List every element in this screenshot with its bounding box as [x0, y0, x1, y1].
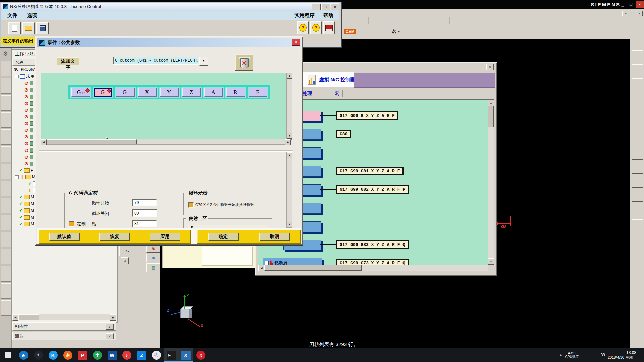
gear-icon[interactable]: ⚙ — [1, 50, 9, 58]
minimize-button[interactable]: − — [312, 4, 321, 10]
dialog-title-bar[interactable]: 事件 : 公共参数 — [37, 38, 301, 47]
manual-help-button[interactable] — [323, 21, 335, 34]
gcode-value-input[interactable] — [132, 220, 157, 227]
scroll-up-arrow[interactable]: ▲ — [488, 100, 494, 106]
combobox-dropdown-button[interactable]: ▼ — [199, 57, 208, 66]
gcode-block-label[interactable]: G17 G99 G83 X Y Z A R F Q — [336, 240, 409, 249]
maximize-button[interactable]: □ — [321, 4, 330, 10]
resource-tab-icon[interactable] — [1, 164, 11, 179]
close-button[interactable]: ✕ — [486, 64, 494, 70]
address-block-button[interactable]: A — [204, 88, 223, 97]
nx-toolbar-icon[interactable] — [547, 17, 554, 24]
nx-toolbar-icon[interactable] — [360, 17, 368, 24]
nx-toolbar-icon[interactable] — [344, 17, 352, 24]
tab-macro[interactable]: 宏 — [332, 90, 343, 97]
resource-tab-icon[interactable] — [1, 78, 11, 94]
context-help-button[interactable]: ? — [297, 21, 309, 34]
footer-button[interactable]: 应用 — [150, 233, 180, 241]
canvas-vscrollbar[interactable]: ▲ ▼ — [286, 73, 292, 139]
expander-icon[interactable] — [15, 175, 19, 179]
inner-close-button[interactable]: ✕ — [636, 11, 643, 16]
footer-button[interactable]: 恢复 — [99, 233, 130, 241]
nx-toolbar-icon[interactable] — [425, 17, 433, 24]
scroll-right-arrow[interactable]: ▶ — [285, 139, 291, 145]
resource-tab-icon[interactable] — [1, 61, 11, 76]
gcode-block-label[interactable]: G17 G99 G81 X Y Z A R F — [336, 167, 404, 175]
resource-tab-icon[interactable] — [1, 249, 11, 264]
chevron-down-icon[interactable] — [106, 324, 114, 330]
nx-toolbar-icon[interactable] — [377, 17, 384, 24]
canvas-hscrollbar[interactable]: ◀ ▶ — [41, 139, 291, 145]
hidden-icons-arrow[interactable]: ∧ — [559, 353, 562, 357]
collapsed-panel-bar[interactable]: 相依性 — [12, 322, 116, 331]
resource-tab-icon[interactable] — [1, 146, 11, 162]
right-toolbar-icon[interactable] — [632, 163, 643, 174]
nx-toolbar-icon[interactable] — [523, 17, 530, 24]
menu-item[interactable]: 帮助 — [323, 12, 333, 19]
nx-toolbar-icon[interactable] — [409, 17, 417, 24]
footer-button[interactable]: 取消 — [259, 233, 290, 241]
scroll-thumb[interactable] — [47, 139, 137, 144]
mini-tool-icon[interactable]: ⊕ — [146, 254, 160, 262]
nx-toolbar-icon[interactable] — [365, 28, 373, 35]
address-block-button[interactable]: X — [138, 88, 157, 97]
event-checkbox[interactable] — [265, 261, 269, 265]
event-block-box[interactable]: 钻断屑 — [263, 258, 322, 265]
scroll-right-arrow[interactable]: ▶ — [110, 314, 116, 321]
taskbar-app-button[interactable]: Z — [134, 348, 149, 362]
chevron-down-icon[interactable] — [106, 333, 114, 339]
gcode-value-input[interactable] — [132, 209, 157, 217]
taskbar-app-button[interactable]: K — [46, 348, 60, 362]
block-template-combobox[interactable]: G_cutcom (G41 - Cutcom (LEFT/RIGHT/OFF)) — [113, 57, 198, 65]
taskbar-app-button[interactable]: e — [16, 348, 31, 362]
resource-tab-icon[interactable] — [1, 181, 11, 196]
nc-hscrollbar[interactable]: ◀ — [258, 265, 488, 271]
nx-toolbar-icon[interactable] — [385, 17, 392, 24]
footer-button[interactable]: 确定 — [208, 233, 239, 241]
right-toolbar-icon[interactable] — [632, 191, 643, 202]
resource-tab-icon[interactable] — [1, 283, 11, 299]
name-tool-label[interactable]: 名 — [392, 28, 396, 35]
resource-tab-icon[interactable] — [1, 232, 11, 247]
save-button[interactable] — [36, 22, 49, 34]
scroll-down-arrow[interactable]: ▼ — [287, 222, 292, 227]
resource-tab-icon[interactable] — [1, 95, 11, 111]
taskbar-app-button[interactable]: ◎ — [149, 348, 164, 362]
inner-maximize-button[interactable]: □ — [629, 11, 636, 16]
nc-header-tab-label[interactable]: 虚拟 N/C 控制器 — [319, 77, 356, 83]
taskbar-app-button[interactable]: ◉ — [60, 348, 75, 362]
taskbar-app-button[interactable]: ✚ — [90, 348, 105, 362]
nx-toolbar-icon[interactable] — [506, 17, 514, 24]
nx-toolbar-icon[interactable] — [466, 17, 473, 24]
right-toolbar-icon[interactable] — [632, 149, 643, 160]
cam-badge[interactable]: CAM — [344, 29, 356, 34]
splitter[interactable] — [39, 150, 293, 152]
cpu-temp-widget[interactable]: 43°C CPU温度 — [565, 351, 579, 359]
nx-toolbar-icon[interactable] — [374, 28, 381, 35]
scroll-thumb[interactable] — [264, 265, 362, 271]
taskbar-clock[interactable]: 13:08 2018/4/30 星期一 — [608, 350, 636, 360]
add-text-button[interactable]: 添加文字 — [57, 57, 79, 65]
nx-toolbar-icon[interactable] — [498, 17, 506, 24]
nx-toolbar-icon[interactable] — [441, 17, 449, 24]
scroll-left-arrow[interactable]: ◀ — [41, 139, 47, 145]
nx-close-button[interactable]: ✕ — [636, 1, 644, 8]
scroll-left-arrow[interactable]: ◀ — [12, 314, 18, 321]
taskbar-app-button[interactable]: X — [178, 348, 193, 362]
close-button[interactable]: ✕ — [331, 4, 339, 10]
address-block-button[interactable]: Y — [160, 88, 179, 97]
nx-maximize-button[interactable]: ❐ — [627, 1, 635, 8]
address-block-button[interactable]: G — [94, 88, 112, 97]
address-block-button[interactable]: G — [116, 88, 135, 97]
footer-button[interactable]: 默认值 — [49, 233, 80, 241]
scroll-thumb[interactable] — [488, 106, 494, 127]
address-block-button[interactable]: Z — [182, 88, 201, 97]
cycle-start-checkbox[interactable] — [188, 202, 194, 208]
address-block-button[interactable]: R — [226, 88, 245, 97]
expander-icon[interactable] — [15, 75, 19, 78]
scroll-up-arrow[interactable]: ▲ — [287, 73, 292, 79]
address-block-button[interactable]: G 17 — [71, 88, 90, 97]
right-toolbar-icon[interactable] — [632, 64, 643, 75]
resource-tab-icon[interactable] — [1, 129, 11, 145]
nx-toolbar-icon[interactable] — [401, 17, 408, 24]
